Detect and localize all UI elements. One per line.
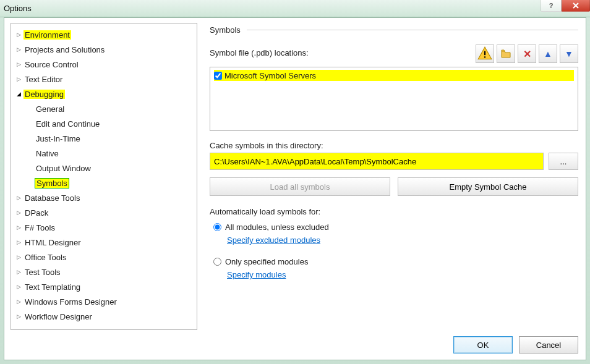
add-location-button[interactable] (497, 44, 515, 63)
chevron-right-icon[interactable]: ▷ (14, 252, 24, 262)
symbols-panel: Symbols Symbol file (.pdb) locations: ✕ … (210, 23, 578, 330)
svg-rect-0 (484, 51, 485, 56)
section-header: Symbols (210, 25, 578, 35)
close-button[interactable] (562, 0, 590, 12)
tree-label: Symbols (35, 178, 69, 188)
tree-label: Windows Forms Designer (24, 297, 118, 307)
chevron-right-icon[interactable]: ▷ (14, 193, 24, 203)
cache-label: Cache symbols in this directory: (210, 141, 578, 150)
chevron-right-icon[interactable]: ▷ (14, 311, 24, 321)
tree-item-test-tools[interactable]: ▷ Test Tools (14, 265, 197, 279)
specify-excluded-link[interactable]: Specify excluded modules (227, 235, 578, 245)
tree-item-database-tools[interactable]: ▷ Database Tools (14, 190, 197, 205)
chevron-right-icon[interactable]: ▷ (14, 267, 24, 277)
location-toolbar: ✕ ▲ ▼ (476, 44, 578, 63)
tree-item-output-window[interactable]: Output Window (14, 161, 197, 176)
tree-label: DPack (24, 208, 49, 218)
dialog-footer: OK Cancel (11, 330, 578, 353)
radio-all-modules[interactable]: All modules, unless excluded (213, 222, 578, 232)
symbol-buttons: Load all symbols Empty Symbol Cache (210, 177, 578, 196)
cache-path-input[interactable] (210, 153, 544, 170)
chevron-right-icon[interactable]: ▷ (14, 297, 24, 307)
cancel-button[interactable]: Cancel (519, 336, 578, 353)
move-up-button[interactable]: ▲ (539, 44, 557, 63)
cache-path-row: ... (210, 153, 578, 170)
tree-label: Projects and Solutions (24, 45, 106, 54)
content-area: ▷ Environment ▷ Projects and Solutions ▷… (11, 23, 578, 330)
auto-load-label: Automatically load symbols for: (210, 207, 578, 216)
locations-label: Symbol file (.pdb) locations: (210, 48, 309, 57)
warning-icon (476, 44, 494, 63)
chevron-right-icon[interactable]: ▷ (14, 208, 24, 218)
tree-item-projects[interactable]: ▷ Projects and Solutions (14, 42, 197, 57)
empty-symbol-cache-button[interactable]: Empty Symbol Cache (398, 177, 578, 196)
tree-item-winforms-designer[interactable]: ▷ Windows Forms Designer (14, 294, 197, 309)
tree-item-dpack[interactable]: ▷ DPack (14, 205, 197, 220)
window-titlebar: Options ? (0, 0, 590, 17)
tree-item-jit[interactable]: Just-In-Time (14, 131, 197, 146)
location-label: Microsoft Symbol Servers (224, 71, 316, 80)
specify-modules-link[interactable]: Specify modules (227, 270, 578, 279)
radio-only-specified[interactable]: Only specified modules (213, 257, 578, 266)
load-all-symbols-button[interactable]: Load all symbols (210, 177, 390, 196)
dialog-frame: ▷ Environment ▷ Projects and Solutions ▷… (4, 17, 586, 360)
tree-item-source-control[interactable]: ▷ Source Control (14, 57, 197, 72)
window-title: Options (4, 4, 32, 13)
chevron-right-icon[interactable]: ▷ (14, 237, 24, 247)
help-button[interactable]: ? (541, 0, 562, 12)
browse-button[interactable]: ... (549, 153, 578, 170)
svg-rect-1 (484, 56, 485, 57)
window-controls: ? (541, 0, 590, 12)
tree-label: Output Window (35, 164, 92, 173)
tree-label: General (35, 104, 66, 114)
tree-item-office-tools[interactable]: ▷ Office Tools (14, 250, 197, 265)
move-down-button[interactable]: ▼ (560, 44, 578, 63)
chevron-right-icon[interactable]: ▷ (14, 282, 24, 292)
section-title: Symbols (210, 25, 241, 35)
chevron-down-icon[interactable]: ◢ (14, 89, 24, 99)
tree-label: HTML Designer (24, 238, 82, 247)
radio-input[interactable] (213, 258, 221, 266)
locations-row: Symbol file (.pdb) locations: ✕ ▲ ▼ (210, 44, 578, 63)
chevron-right-icon[interactable]: ▷ (14, 59, 24, 69)
tree-label: Environment (24, 30, 71, 40)
chevron-right-icon[interactable]: ▷ (14, 44, 24, 54)
tree-item-symbols[interactable]: Symbols (14, 176, 197, 190)
tree-label: F# Tools (24, 223, 56, 232)
radio-input[interactable] (213, 223, 221, 231)
tree-label: Test Tools (24, 268, 62, 277)
tree-item-general[interactable]: General (14, 101, 197, 116)
tree-item-debugging[interactable]: ◢ Debugging (14, 87, 197, 101)
chevron-right-icon[interactable]: ▷ (14, 222, 24, 232)
tree-item-fsharp-tools[interactable]: ▷ F# Tools (14, 220, 197, 235)
tree-label: Native (35, 149, 60, 158)
delete-location-button[interactable]: ✕ (518, 44, 536, 63)
chevron-right-icon[interactable]: ▷ (14, 74, 24, 84)
tree-label: Text Templating (24, 282, 82, 292)
tree-label: Office Tools (24, 253, 67, 262)
tree-item-html-designer[interactable]: ▷ HTML Designer (14, 235, 197, 250)
options-tree[interactable]: ▷ Environment ▷ Projects and Solutions ▷… (11, 23, 197, 330)
tree-label: Text Editor (24, 75, 64, 84)
tree-item-environment[interactable]: ▷ Environment (14, 27, 197, 42)
location-checkbox[interactable] (214, 72, 222, 80)
tree-item-text-editor[interactable]: ▷ Text Editor (14, 72, 197, 87)
tree-label: Source Control (24, 60, 80, 69)
radio-label: Only specified modules (225, 257, 308, 266)
tree-item-text-templating[interactable]: ▷ Text Templating (14, 279, 197, 294)
tree-item-edit-continue[interactable]: Edit and Continue (14, 116, 197, 131)
tree-label: Workflow Designer (24, 312, 93, 321)
chevron-right-icon[interactable]: ▷ (14, 30, 24, 40)
tree-item-workflow-designer[interactable]: ▷ Workflow Designer (14, 309, 197, 324)
tree-label: Database Tools (24, 193, 81, 203)
location-row-ms-servers[interactable]: Microsoft Symbol Servers (214, 70, 574, 81)
close-icon (572, 2, 579, 9)
tree-label: Edit and Continue (35, 119, 101, 129)
radio-label: All modules, unless excluded (225, 222, 329, 232)
tree-label: Debugging (24, 90, 65, 99)
symbol-locations-list[interactable]: Microsoft Symbol Servers (210, 67, 578, 131)
tree-label: Just-In-Time (35, 134, 82, 143)
tree-item-native[interactable]: Native (14, 146, 197, 161)
divider (247, 30, 578, 30)
ok-button[interactable]: OK (453, 336, 513, 353)
